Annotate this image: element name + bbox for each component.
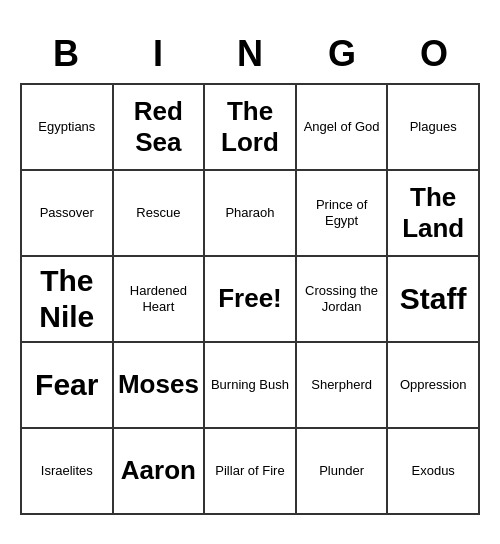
- bingo-cell-text-21: Aaron: [121, 455, 196, 486]
- bingo-grid: EgyptiansRed SeaThe LordAngel of GodPlag…: [20, 83, 480, 515]
- bingo-cell-5: Passover: [22, 171, 114, 257]
- bingo-cell-text-9: The Land: [392, 182, 474, 244]
- bingo-cell-16: Moses: [114, 343, 206, 429]
- bingo-cell-text-13: Crossing the Jordan: [301, 283, 383, 314]
- bingo-cell-3: Angel of God: [297, 85, 389, 171]
- bingo-cell-text-3: Angel of God: [304, 119, 380, 135]
- bingo-cell-text-16: Moses: [118, 369, 199, 400]
- bingo-card: BINGO EgyptiansRed SeaThe LordAngel of G…: [10, 19, 490, 525]
- bingo-cell-2: The Lord: [205, 85, 297, 171]
- bingo-cell-7: Pharaoh: [205, 171, 297, 257]
- bingo-cell-text-23: Plunder: [319, 463, 364, 479]
- bingo-cell-text-11: Hardened Heart: [118, 283, 200, 314]
- bingo-letter-i: I: [112, 29, 204, 79]
- bingo-cell-9: The Land: [388, 171, 480, 257]
- bingo-cell-text-18: Sherpherd: [311, 377, 372, 393]
- bingo-cell-text-10: The Nile: [26, 263, 108, 335]
- bingo-cell-17: Burning Bush: [205, 343, 297, 429]
- bingo-cell-18: Sherpherd: [297, 343, 389, 429]
- bingo-cell-23: Plunder: [297, 429, 389, 515]
- bingo-cell-14: Staff: [388, 257, 480, 343]
- bingo-cell-text-7: Pharaoh: [225, 205, 274, 221]
- bingo-cell-21: Aaron: [114, 429, 206, 515]
- bingo-cell-11: Hardened Heart: [114, 257, 206, 343]
- bingo-cell-text-1: Red Sea: [118, 96, 200, 158]
- bingo-header: BINGO: [20, 29, 480, 79]
- bingo-cell-10: The Nile: [22, 257, 114, 343]
- bingo-letter-g: G: [296, 29, 388, 79]
- bingo-cell-text-14: Staff: [400, 281, 467, 317]
- bingo-cell-19: Oppression: [388, 343, 480, 429]
- bingo-cell-text-19: Oppression: [400, 377, 466, 393]
- bingo-cell-text-15: Fear: [35, 367, 98, 403]
- bingo-cell-24: Exodus: [388, 429, 480, 515]
- bingo-cell-text-8: Prince of Egypt: [301, 197, 383, 228]
- bingo-cell-12: Free!: [205, 257, 297, 343]
- bingo-cell-13: Crossing the Jordan: [297, 257, 389, 343]
- bingo-letter-o: O: [388, 29, 480, 79]
- bingo-cell-text-22: Pillar of Fire: [215, 463, 284, 479]
- bingo-cell-0: Egyptians: [22, 85, 114, 171]
- bingo-cell-15: Fear: [22, 343, 114, 429]
- bingo-cell-6: Rescue: [114, 171, 206, 257]
- bingo-cell-text-4: Plagues: [410, 119, 457, 135]
- bingo-cell-text-12: Free!: [218, 283, 282, 314]
- bingo-cell-text-6: Rescue: [136, 205, 180, 221]
- bingo-cell-20: Israelites: [22, 429, 114, 515]
- bingo-cell-1: Red Sea: [114, 85, 206, 171]
- bingo-letter-b: B: [20, 29, 112, 79]
- bingo-cell-text-5: Passover: [40, 205, 94, 221]
- bingo-letter-n: N: [204, 29, 296, 79]
- bingo-cell-22: Pillar of Fire: [205, 429, 297, 515]
- bingo-cell-text-2: The Lord: [209, 96, 291, 158]
- bingo-cell-text-20: Israelites: [41, 463, 93, 479]
- bingo-cell-text-24: Exodus: [412, 463, 455, 479]
- bingo-cell-text-0: Egyptians: [38, 119, 95, 135]
- bingo-cell-text-17: Burning Bush: [211, 377, 289, 393]
- bingo-cell-8: Prince of Egypt: [297, 171, 389, 257]
- bingo-cell-4: Plagues: [388, 85, 480, 171]
